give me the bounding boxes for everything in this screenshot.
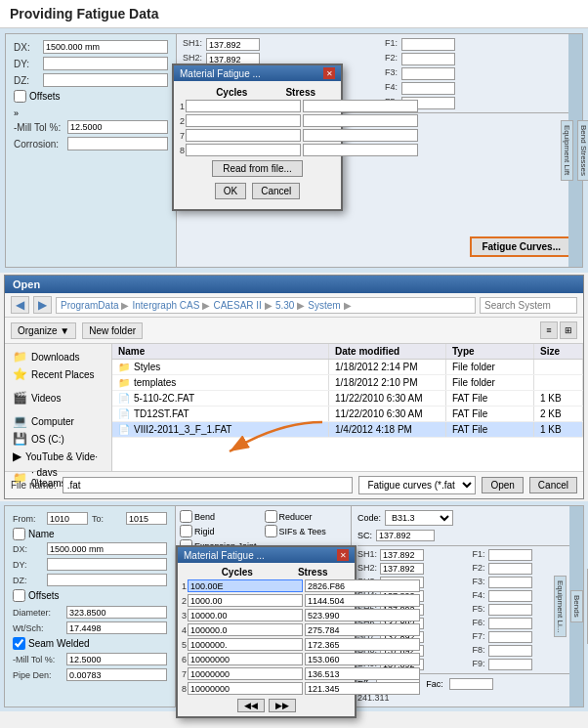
stress-input-1-top[interactable]: [303, 100, 418, 112]
stress-input-5-bottom[interactable]: [305, 638, 420, 651]
seam-welded-checkbox[interactable]: [13, 637, 25, 650]
sc-input[interactable]: [376, 530, 435, 541]
dy-input-bottom[interactable]: [47, 558, 167, 571]
cycles-input-7-top[interactable]: [186, 129, 301, 142]
stress-input-6-bottom[interactable]: [305, 653, 420, 665]
dy-input-top[interactable]: [43, 57, 168, 70]
tab-equipment-top[interactable]: Equipment Lift: [561, 120, 573, 180]
col-header-name[interactable]: Name: [112, 344, 329, 359]
file-row-styles[interactable]: 📁Styles 1/18/2012 2:14 PM File folder: [112, 360, 583, 375]
cancel-btn-top[interactable]: Cancel: [252, 183, 300, 199]
stress-input-8-bottom[interactable]: [305, 682, 420, 695]
cancel-btn-open[interactable]: Cancel: [529, 477, 577, 493]
tab-bend-stresses-top[interactable]: Bend Stresses: [577, 120, 588, 181]
cycles-input-1-bottom[interactable]: [188, 579, 303, 592]
cycles-input-2-bottom[interactable]: [188, 594, 303, 607]
corrosion-input-top[interactable]: [67, 137, 168, 150]
f8-input-bottom[interactable]: [488, 645, 532, 657]
cycles-input-7-bottom[interactable]: [188, 667, 303, 680]
cycles-input-8-top[interactable]: [186, 144, 301, 156]
view-detail-icon[interactable]: ⊞: [560, 321, 577, 339]
col-header-size[interactable]: Size: [534, 344, 583, 359]
stress-input-2-bottom[interactable]: [305, 594, 420, 607]
file-name-input[interactable]: [63, 477, 354, 493]
col-header-date[interactable]: Date modified: [329, 344, 446, 359]
nav-forward-btn[interactable]: ▶: [33, 296, 52, 314]
nav-youtube[interactable]: ▶YouTube & Vide·: [9, 448, 107, 465]
breadcrumb-530[interactable]: 5.30: [275, 300, 294, 311]
dz-input-bottom[interactable]: [47, 574, 167, 586]
f1-input-top[interactable]: [401, 38, 455, 51]
sh2-input-bottom[interactable]: [380, 563, 424, 575]
cycles-input-4-bottom[interactable]: [188, 623, 303, 636]
arrows-right-bottom[interactable]: ▶▶: [269, 699, 296, 712]
f4-input-bottom[interactable]: [488, 590, 532, 602]
col-header-type[interactable]: Type: [446, 344, 534, 359]
nav-downloads[interactable]: 📁Downloads: [9, 348, 107, 365]
breadcrumb-intergraph[interactable]: Intergraph CAS: [132, 300, 199, 311]
reducer-checkbox[interactable]: [265, 510, 277, 523]
f6-input-bottom[interactable]: [488, 618, 532, 629]
nav-back-btn[interactable]: ◀: [11, 296, 29, 314]
stress-input-4-bottom[interactable]: [305, 623, 420, 636]
f7-input-bottom[interactable]: [488, 631, 532, 643]
rigid-checkbox[interactable]: [180, 525, 192, 537]
open-btn[interactable]: Open: [482, 477, 523, 493]
file-row-td12st[interactable]: 📄TD12ST.FAT 11/22/2010 6:30 AM FAT File …: [112, 407, 583, 422]
stress-input-7-top[interactable]: [303, 129, 418, 142]
organize-btn[interactable]: Organize ▼: [11, 322, 76, 339]
tab-bends-displacements[interactable]: Bends: [570, 590, 583, 622]
sh1-input-bottom[interactable]: [380, 549, 424, 561]
stress-input-1-bottom[interactable]: [305, 579, 420, 592]
file-row-viii2[interactable]: 📄VIII2-2011_3_F_1.FAT 1/4/2012 4:18 PM F…: [112, 422, 583, 438]
dx-input-bottom[interactable]: [47, 542, 167, 555]
tab-equipment-bottom[interactable]: Equipment Li...: [554, 576, 567, 637]
wt-sch-input[interactable]: [66, 621, 167, 634]
file-row-templates[interactable]: 📁templates 1/18/2012 2:10 PM File folder: [112, 375, 583, 391]
breadcrumb-programdata[interactable]: ProgramData: [61, 300, 118, 311]
view-list-icon[interactable]: ≡: [540, 321, 558, 339]
stress-input-7-bottom[interactable]: [305, 667, 420, 680]
fatigue-curves-btn-top[interactable]: Fatigue Curves...: [470, 236, 572, 257]
arrows-left-bottom[interactable]: ◀◀: [237, 699, 265, 712]
file-row-5110[interactable]: 📄5-110-2C.FAT 11/22/2010 6:30 AM FAT Fil…: [112, 391, 583, 407]
cycles-input-1-top[interactable]: [186, 100, 301, 112]
pipe-den-input[interactable]: [66, 668, 167, 681]
fac-input-bottom[interactable]: [449, 678, 493, 690]
file-type-select[interactable]: Fatigue curves (*.fat): [358, 476, 476, 494]
mill-tol-input-top[interactable]: [67, 120, 168, 134]
offsets-checkbox-top[interactable]: [14, 90, 26, 103]
offsets-checkbox-bottom[interactable]: [13, 589, 25, 602]
diameter-input[interactable]: [66, 606, 167, 619]
sh1-input-top[interactable]: [206, 38, 260, 51]
f5-input-bottom[interactable]: [488, 604, 532, 616]
fatigue-dialog-bottom-close[interactable]: ✕: [337, 549, 349, 561]
stress-input-8-top[interactable]: [303, 144, 418, 156]
stress-input-2-top[interactable]: [303, 114, 418, 127]
cycles-input-2-top[interactable]: [186, 114, 301, 127]
cycles-input-8-bottom[interactable]: [188, 682, 303, 695]
nav-os-c[interactable]: 💾OS (C:): [9, 430, 107, 448]
nav-videos[interactable]: 🎬Videos: [9, 389, 107, 407]
mill-tol-input-bottom[interactable]: [66, 653, 167, 665]
breadcrumb-system[interactable]: System: [308, 300, 340, 311]
sifs-tees-checkbox[interactable]: [265, 525, 277, 537]
search-input[interactable]: [480, 297, 577, 314]
fatigue-dialog-top-close[interactable]: ✕: [323, 67, 335, 79]
f3-input-top[interactable]: [401, 67, 455, 80]
from-input[interactable]: [47, 512, 88, 525]
breadcrumb-caesarii[interactable]: CAESAR II: [213, 300, 261, 311]
nav-recent-places[interactable]: ⭐Recent Places: [9, 365, 107, 383]
cycles-input-5-bottom[interactable]: [188, 638, 303, 651]
read-from-file-btn-top[interactable]: Read from file...: [212, 160, 303, 177]
cycles-input-6-bottom[interactable]: [188, 653, 303, 665]
dx-input-top[interactable]: [43, 40, 168, 54]
ok-btn-top[interactable]: OK: [215, 183, 246, 199]
to-input[interactable]: [126, 512, 167, 525]
nav-computer[interactable]: 💻Computer: [9, 412, 107, 430]
dz-input-top[interactable]: [43, 73, 168, 87]
new-folder-btn[interactable]: New folder: [82, 322, 143, 339]
f2-input-top[interactable]: [401, 53, 455, 65]
f1-input-bottom[interactable]: [488, 549, 532, 561]
f9-input-bottom[interactable]: [488, 659, 532, 670]
